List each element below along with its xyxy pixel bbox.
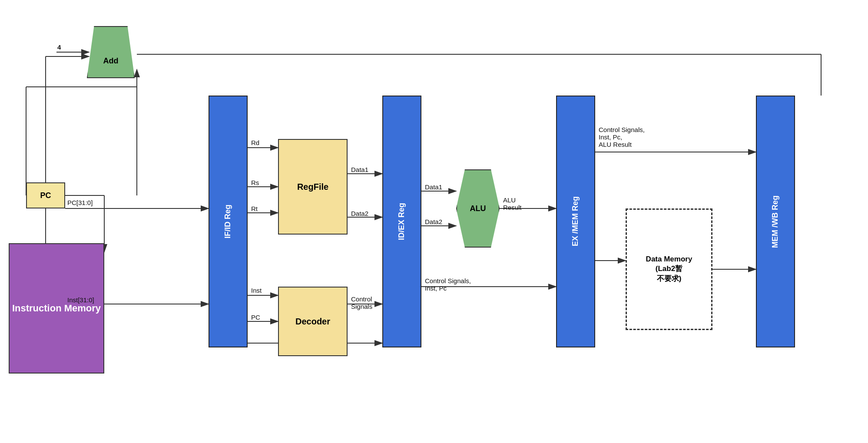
label-data1-idex: Data1 — [351, 166, 368, 173]
inst-mem-block: Instruction Memory — [9, 243, 104, 374]
datamem-label: Data Memory(Lab2暂不要求) — [646, 255, 692, 284]
alu-block: ALU — [456, 169, 500, 248]
regfile-block: RegFile — [278, 139, 348, 235]
exmem-label: EX /MEM Reg — [571, 196, 580, 246]
decoder-block: Decoder — [278, 287, 348, 356]
label-pc31-0: PC[31:0] — [67, 199, 93, 206]
label-inst-decoder: Inst — [251, 287, 262, 294]
memwb-block: MEM /WB Reg — [756, 96, 795, 347]
label-rt: Rt — [251, 205, 258, 212]
datamem-block: Data Memory(Lab2暂不要求) — [626, 208, 712, 330]
add-label: Add — [103, 56, 119, 66]
ifid-block: IF/ID Reg — [209, 96, 248, 347]
pipeline-diagram: PC Add Instruction Memory IF/ID Reg RegF… — [0, 0, 868, 443]
label-ctrl-idex: ControlSignals — [351, 295, 372, 310]
regfile-label: RegFile — [297, 182, 328, 192]
add-block: Add — [87, 26, 135, 78]
inst-mem-label: Instruction Memory — [12, 303, 101, 314]
label-data1-alu: Data1 — [425, 183, 442, 191]
label-pc-decoder: PC — [251, 314, 260, 321]
label-ctrl-memwb: Control Signals,Inst, Pc,ALU Result — [599, 126, 645, 148]
pc-label: PC — [40, 191, 51, 200]
label-alu-result: ALUResult — [503, 196, 522, 211]
label-4: 4 — [57, 43, 61, 51]
alu-label: ALU — [470, 204, 486, 213]
idex-block: ID/EX Reg — [382, 96, 421, 347]
decoder-label: Decoder — [295, 317, 330, 327]
label-rs: Rs — [251, 179, 259, 186]
label-data2-alu: Data2 — [425, 218, 442, 225]
label-inst31-0: Inst[31:0] — [67, 296, 94, 304]
label-data2-idex: Data2 — [351, 210, 368, 217]
ifid-label: IF/ID Reg — [223, 205, 233, 238]
label-ctrl-exmem: Control Signals,Inst, Pc — [425, 277, 471, 292]
label-rd: Rd — [251, 139, 259, 146]
pc-block: PC — [26, 182, 65, 208]
idex-label: ID/EX Reg — [397, 203, 407, 240]
memwb-label: MEM /WB Reg — [771, 195, 780, 248]
exmem-block: EX /MEM Reg — [556, 96, 595, 347]
